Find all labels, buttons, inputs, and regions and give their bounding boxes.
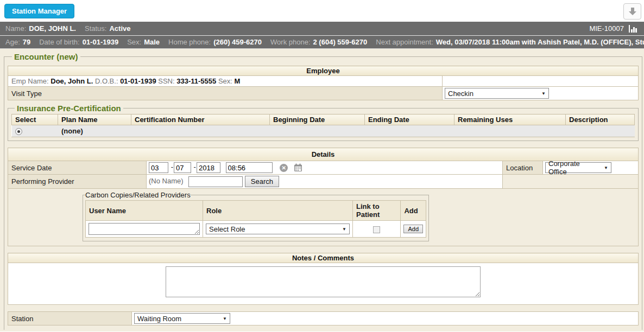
col-plan-name: Plan Name [58, 114, 131, 125]
station-selected: Waiting Room [137, 315, 181, 323]
carbon-copies-table: User Name Role Link to Patient Add [85, 200, 426, 238]
top-toolbar: Station Manager [0, 0, 644, 22]
insurance-precert-legend: Insurance Pre-Certification [15, 104, 123, 113]
cc-add-button[interactable]: Add [403, 225, 423, 233]
col-remaining-uses: Remaining Uses [454, 114, 566, 125]
name-label: Name: [5, 24, 26, 33]
demographics-bar: Age: 79 Date of birth: 01-01-1939 Sex: M… [0, 36, 644, 49]
chevron-down-icon: ▼ [342, 227, 346, 232]
bar-chart-icon[interactable] [628, 24, 639, 33]
service-date-day-input[interactable] [174, 162, 191, 173]
main-content: Encounter (new) Employee Emp Name: Doe, … [0, 49, 644, 331]
insurance-precert-fieldset: Insurance Pre-Certification Select Plan … [8, 104, 639, 141]
col-ending-date: Ending Date [365, 114, 454, 125]
station-label: Station [8, 312, 132, 325]
notes-box: Notes / Comments [8, 253, 639, 305]
cc-role-selected: Select Role [209, 225, 245, 233]
home-phone-label: Home phone: [168, 38, 211, 46]
performing-provider-label: Performing Provider [8, 175, 147, 189]
location-select[interactable]: Corporate Office ▼ [545, 162, 611, 173]
no-name-text: (No Name) [149, 177, 184, 185]
download-arrow-icon [627, 7, 638, 16]
carbon-copies-fieldset: Carbon Copies/Related Providers User Nam… [83, 191, 429, 241]
download-button[interactable] [623, 3, 641, 20]
encounter-fieldset: Encounter (new) Employee Emp Name: Doe, … [4, 52, 642, 330]
col-user-name: User Name [86, 201, 203, 221]
col-description: Description [566, 114, 635, 125]
insurance-row: (none) [12, 125, 635, 137]
insurance-table: Select Plan Name Certification Number Be… [11, 114, 635, 137]
location-selected: Corporate Office [548, 159, 599, 176]
col-select: Select [12, 114, 58, 125]
status-label: Status: [85, 24, 106, 33]
notes-header: Notes / Comments [8, 253, 639, 263]
details-header: Details [8, 148, 639, 161]
service-date-year-input[interactable] [197, 162, 220, 173]
age-label: Age: [5, 38, 20, 46]
emp-dob-label: D.O.B.: [95, 77, 118, 85]
next-appointment-value: Wed, 03/07/2018 11:00am with Ashish Pate… [436, 38, 644, 46]
dob-value: 01-01-1939 [83, 38, 119, 46]
work-phone-label: Work phone: [270, 38, 310, 46]
date-separator: - [171, 163, 173, 171]
visit-type-selected: Checkin [448, 90, 473, 98]
col-beginning-date: Beginning Date [270, 114, 365, 125]
carbon-copies-area: Carbon Copies/Related Providers User Nam… [8, 189, 638, 246]
emp-ssn-label: SSN: [158, 77, 174, 85]
col-role: Role [203, 201, 353, 221]
precert-radio[interactable] [15, 128, 22, 135]
station-box: Station Waiting Room ▼ [8, 311, 639, 325]
sex-value: Male [144, 38, 160, 46]
details-box: Details Service Date - - ✕ [8, 148, 639, 246]
service-time-input[interactable] [226, 162, 273, 173]
home-phone-value: (260) 459-6270 [213, 38, 262, 46]
cc-user-name-input[interactable] [89, 223, 200, 235]
service-date-month-input[interactable] [149, 162, 168, 173]
employee-table: Employee Emp Name: Doe, John L. D.O.B.: … [8, 66, 639, 100]
provider-search-input[interactable] [188, 176, 243, 187]
link-to-patient-checkbox[interactable] [373, 226, 380, 233]
notes-textarea[interactable] [166, 266, 481, 297]
col-cert-number: Certification Number [131, 114, 270, 125]
next-appointment-label: Next appointment: [376, 38, 433, 46]
status-value: Active [109, 24, 130, 33]
chart-id: MIE-10007 [589, 24, 624, 33]
notes-body [8, 263, 638, 304]
chevron-down-icon: ▼ [223, 316, 227, 321]
sex-label: Sex: [127, 38, 141, 46]
emp-ssn-value: 333-11-5555 [176, 77, 216, 85]
provider-search-button[interactable]: Search [245, 176, 279, 187]
encounter-legend: Encounter (new) [12, 52, 80, 61]
age-value: 79 [23, 38, 30, 46]
patient-name: DOE, JOHN L. [29, 24, 76, 33]
col-link-to-patient: Link to Patient [353, 201, 401, 221]
patient-bar: Name: DOE, JOHN L. Status: Active MIE-10… [0, 22, 644, 36]
service-date-label: Service Date [8, 161, 147, 175]
location-label: Location [503, 161, 543, 175]
calendar-icon[interactable] [294, 163, 302, 172]
date-separator: - [194, 163, 196, 171]
visit-type-select[interactable]: Checkin ▼ [445, 88, 549, 99]
plan-name-value: (none) [58, 125, 131, 137]
details-empty-cell [503, 175, 639, 189]
employee-info-empty-cell [443, 76, 639, 87]
station-manager-button[interactable]: Station Manager [4, 4, 74, 18]
emp-name-label: Emp Name: [11, 77, 49, 85]
cc-role-select[interactable]: Select Role ▼ [206, 224, 350, 234]
employee-header: Employee [8, 66, 639, 76]
emp-dob-value: 01-01-1939 [120, 77, 156, 85]
emp-sex-value: M [235, 77, 241, 85]
clear-date-icon[interactable]: ✕ [280, 164, 288, 172]
emp-sex-label: Sex: [218, 77, 232, 85]
carbon-copies-legend: Carbon Copies/Related Providers [85, 191, 191, 199]
chevron-down-icon: ▼ [604, 165, 608, 170]
station-select[interactable]: Waiting Room ▼ [134, 313, 230, 324]
chevron-down-icon: ▼ [541, 91, 546, 96]
visit-type-label: Visit Type [8, 87, 443, 100]
col-add: Add [401, 201, 426, 221]
work-phone-value: 2 (604) 559-6270 [313, 38, 368, 46]
dob-label: Date of birth: [39, 38, 79, 46]
emp-name-value: Doe, John L. [50, 77, 93, 85]
employee-info: Emp Name: Doe, John L. D.O.B.: 01-01-193… [8, 76, 443, 87]
